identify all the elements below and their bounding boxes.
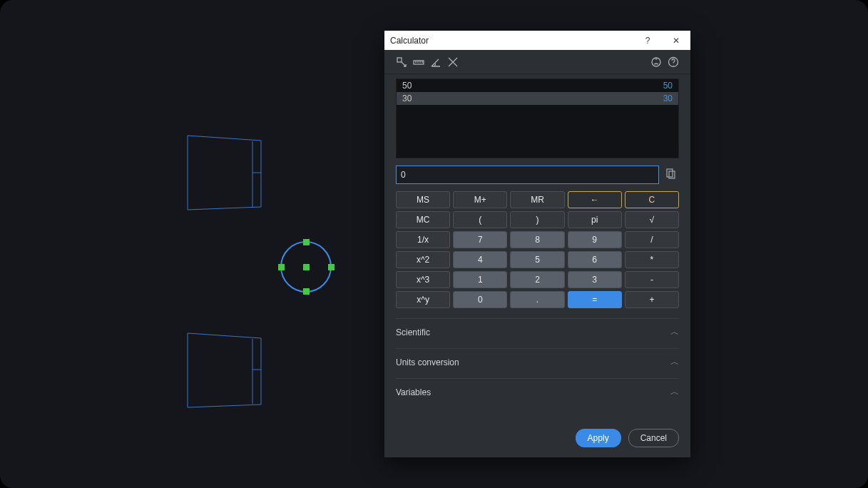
cancel-button[interactable]: Cancel: [628, 429, 679, 447]
angle-icon[interactable]: [427, 54, 444, 71]
digit-5-button[interactable]: 5: [510, 251, 564, 268]
minus-button[interactable]: -: [625, 271, 679, 288]
workspace: Calculator ? ✕: [0, 0, 868, 488]
lparen-button[interactable]: (: [453, 211, 507, 228]
history-expr: 50: [402, 81, 412, 91]
svg-rect-12: [397, 58, 402, 62]
transform-icon[interactable]: [393, 54, 410, 71]
calculator-window: Calculator ? ✕: [384, 31, 690, 457]
section-units[interactable]: Units conversion ︿: [396, 348, 679, 368]
history-result: 30: [663, 93, 673, 103]
digit-7-button[interactable]: 7: [453, 231, 507, 248]
plus-button[interactable]: +: [625, 291, 679, 308]
apply-button[interactable]: Apply: [576, 429, 621, 447]
button-pad: MS M+ MR ← C MC ( ) pi √ 1/x 7 8 9 / x^2…: [396, 191, 679, 308]
digit-8-button[interactable]: 8: [510, 231, 564, 248]
intersect-icon[interactable]: [444, 54, 461, 71]
backspace-button[interactable]: ←: [568, 191, 622, 208]
reciprocal-button[interactable]: 1/x: [396, 231, 450, 248]
digit-0-button[interactable]: 0: [453, 291, 507, 308]
svg-marker-3: [188, 333, 261, 407]
section-label: Variables: [396, 387, 431, 397]
digit-2-button[interactable]: 2: [510, 271, 564, 288]
section-variables[interactable]: Variables ︿: [396, 378, 679, 398]
mr-button[interactable]: MR: [510, 191, 564, 208]
svg-marker-0: [188, 136, 261, 210]
history-panel[interactable]: 50 50 30 30: [396, 78, 679, 158]
cube-button[interactable]: x^3: [396, 271, 450, 288]
expression-input[interactable]: [396, 166, 659, 184]
mplus-button[interactable]: M+: [453, 191, 507, 208]
svg-rect-7: [303, 239, 310, 245]
history-row[interactable]: 50 50: [397, 79, 678, 92]
calc-toolbar: [384, 50, 690, 74]
equals-button[interactable]: =: [568, 291, 622, 308]
svg-rect-8: [303, 288, 310, 295]
svg-point-6: [281, 242, 331, 292]
sqrt-button[interactable]: √: [625, 211, 679, 228]
section-label: Scientific: [396, 327, 430, 337]
ruler-icon[interactable]: [410, 54, 427, 71]
digit-1-button[interactable]: 1: [453, 271, 507, 288]
help-button[interactable]: ?: [633, 31, 662, 50]
digit-6-button[interactable]: 6: [568, 251, 622, 268]
history-row[interactable]: 30 30: [397, 92, 678, 105]
digit-3-button[interactable]: 3: [568, 271, 622, 288]
section-label: Units conversion: [396, 357, 459, 367]
ms-button[interactable]: MS: [396, 191, 450, 208]
pi-button[interactable]: pi: [568, 211, 622, 228]
chevron-up-icon: ︿: [670, 356, 679, 368]
history-expr: 30: [402, 93, 412, 103]
svg-rect-10: [328, 264, 335, 270]
digit-4-button[interactable]: 4: [453, 251, 507, 268]
svg-rect-16: [667, 169, 673, 177]
digit-9-button[interactable]: 9: [568, 231, 622, 248]
svg-rect-11: [303, 264, 310, 270]
chevron-up-icon: ︿: [670, 326, 679, 338]
input-row: [396, 166, 679, 184]
titlebar[interactable]: Calculator ? ✕: [384, 31, 690, 50]
close-button[interactable]: ✕: [662, 31, 690, 50]
paste-icon[interactable]: [665, 168, 679, 182]
dialog-footer: Apply Cancel: [576, 429, 679, 447]
window-title: Calculator: [384, 36, 633, 46]
mc-button[interactable]: MC: [396, 211, 450, 228]
section-scientific[interactable]: Scientific ︿: [396, 318, 679, 338]
multiply-button[interactable]: *: [625, 251, 679, 268]
history-result: 50: [663, 81, 673, 91]
decimal-button[interactable]: .: [510, 291, 564, 308]
chevron-up-icon: ︿: [670, 386, 679, 398]
square-button[interactable]: x^2: [396, 251, 450, 268]
help-icon[interactable]: [665, 54, 682, 71]
svg-rect-9: [278, 264, 285, 270]
divide-button[interactable]: /: [625, 231, 679, 248]
units-icon[interactable]: [648, 54, 665, 71]
clear-button[interactable]: C: [625, 191, 679, 208]
rparen-button[interactable]: ): [510, 211, 564, 228]
power-button[interactable]: x^y: [396, 291, 450, 308]
